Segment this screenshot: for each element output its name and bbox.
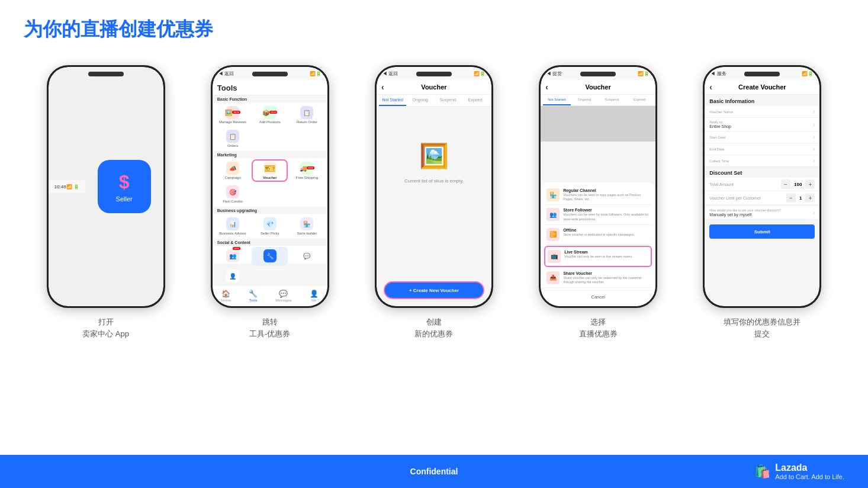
status-bar-1: 10:46 📶🔋 (49, 180, 85, 193)
voucher-limit-minus[interactable]: − (786, 193, 796, 203)
total-amount-minus[interactable]: − (781, 179, 790, 189)
tool-messages[interactable]: 💬 (289, 247, 325, 266)
lazada-logo: 🛍️ Lazada Add to Cart. Add to Life. (571, 463, 844, 480)
tab-expired[interactable]: Expired (461, 95, 489, 106)
nav-me[interactable]: 👤 Me (310, 290, 319, 302)
voucher-limit-counter: Voucher Limit per Customer − 1 + (705, 191, 819, 205)
status-bar-2: ◀ 返回 10:46 📶🔋 (213, 67, 327, 80)
total-amount-plus[interactable]: + (805, 179, 815, 189)
status-bar-4: ◀ 提货 10:46 📶🔋 (541, 67, 655, 80)
nav-home[interactable]: 🏠 Home (221, 290, 231, 302)
page-title: 为你的直播创建优惠券 (24, 17, 213, 43)
collect-time-field[interactable]: Collect Time › (705, 155, 819, 167)
caption-3: 创建 新的优惠券 (414, 316, 453, 339)
tool-social[interactable]: 👥 NEW (215, 247, 251, 266)
voucher-name-field[interactable]: Voucher Name › (705, 106, 819, 118)
end-date-field[interactable]: End Date › (705, 143, 819, 155)
caption-4: 选择 直播优惠券 (579, 316, 618, 339)
tool-orders[interactable]: 📋 Orders (215, 127, 251, 150)
tab4-expired[interactable]: Expired (626, 95, 654, 105)
tool-add-products[interactable]: 📦NEW Add Products (252, 104, 288, 126)
channel-regular[interactable]: 🏪 Regular Channel Vouchers can be seen i… (544, 185, 652, 205)
phone-frame-1: 10:46 📶🔋 $ Seller (47, 65, 165, 308)
discount-set-title: Discount Set (705, 167, 819, 178)
submit-button[interactable]: Submit (709, 224, 815, 239)
tool-placeholder (252, 127, 288, 150)
phones-container: 10:46 📶🔋 $ Seller 打开 卖家中心 App (24, 65, 844, 339)
total-amount-value: 100 (794, 182, 802, 187)
voucher-limit-plus[interactable]: + (805, 193, 815, 203)
lazada-icon: 🛍️ (754, 464, 770, 479)
phone-frame-3: ◀ 返回 10:46 📶🔋 ‹ Voucher Not Started Ongo… (375, 65, 493, 308)
tool-campaign[interactable]: 📣 Campaign (215, 159, 251, 182)
voucher-tabs: Not Started Ongoing Suspend Expired (377, 95, 491, 107)
phone-frame-4: ◀ 提货 10:46 📶🔋 ‹ Voucher Not Started Ongo… (539, 65, 657, 308)
cancel-button-4[interactable]: Cancel (544, 290, 652, 303)
phone-frame-2: ◀ 返回 10:46 📶🔋 Tools Basic Function 🖼️NEW… (211, 65, 329, 308)
lazada-tagline: Add to Cart. Add to Life. (775, 473, 844, 480)
phone-wrapper-5: ◀ 服务 10:46 📶🔋 ‹ Create Voucher Basic Inf… (691, 65, 833, 339)
tool-me[interactable]: 👤 (215, 267, 251, 286)
discount-question-field[interactable]: How would you like to set your voucher d… (705, 206, 819, 220)
tool-business-advisor[interactable]: 📊 Business Advisor (215, 215, 251, 237)
tool-manage-reviews[interactable]: 🖼️NEW Manage Reviews (215, 104, 251, 126)
bottom-nav-2: 🏠 Home 🔧 Tools 💬 Messages 👤 Me (213, 285, 327, 306)
phone-wrapper-4: ◀ 提货 10:46 📶🔋 ‹ Voucher Not Started Ongo… (527, 65, 669, 339)
tab4-ongoing[interactable]: Ongoing (571, 95, 599, 105)
tool-voucher[interactable]: 🎫 Voucher (252, 159, 288, 182)
status-bar-5: ◀ 服务 10:46 📶🔋 (705, 67, 819, 80)
channel-modal: 🏪 Regular Channel Vouchers can be seen i… (541, 182, 655, 306)
phone-frame-5: ◀ 服务 10:46 📶🔋 ‹ Create Voucher Basic Inf… (703, 65, 821, 308)
tab4-not-started[interactable]: Not Started (543, 95, 571, 105)
lazada-brand-name: Lazada (775, 463, 844, 473)
nav-messages[interactable]: 💬 Messages (275, 290, 291, 302)
tool-placeholder2 (289, 127, 325, 150)
caption-1: 打开 卖家中心 App (82, 316, 129, 339)
voucher-header-4: ‹ Voucher (541, 80, 655, 95)
confidential-text: Confidential (297, 467, 571, 476)
voucher-header: ‹ Voucher (377, 80, 491, 95)
channel-offline[interactable]: 📴 Offline Store voucher is dedicated to … (544, 225, 652, 245)
nav-tools[interactable]: 🔧 Tools (249, 290, 258, 302)
apply-to-field[interactable]: Apply to Entire Shop › (705, 118, 819, 131)
basic-info-title: Basic Information (705, 95, 819, 106)
channel-live-stream[interactable]: 📺 Live Stream Voucher can only be seen i… (544, 246, 652, 267)
tool-return-order[interactable]: 📋 Return Order (289, 104, 325, 126)
tool-flexi-combo[interactable]: 🎯 Flexi Combo (215, 183, 251, 206)
create-voucher-header: ‹ Create Voucher (705, 80, 819, 95)
tab-suspend[interactable]: Suspend (434, 95, 462, 106)
tab-not-started[interactable]: Not Started (379, 95, 407, 106)
tool-free-shipping[interactable]: 🚚NEW Free Shipping (289, 159, 325, 182)
voucher-tabs-4: Not Started Ongoing Suspend Expired (541, 95, 655, 106)
channel-store-follower[interactable]: 👥 Store Follower Vouchers can be seen by… (544, 205, 652, 224)
total-amount-counter: Total Amount − 100 + (705, 178, 819, 191)
tool-store-builder[interactable]: 🏪 Store builder (289, 215, 325, 237)
phone-wrapper-2: ◀ 返回 10:46 📶🔋 Tools Basic Function 🖼️NEW… (199, 65, 341, 339)
status-bar-3: ◀ 返回 10:46 📶🔋 (377, 67, 491, 80)
phone-wrapper-1: 10:46 📶🔋 $ Seller 打开 卖家中心 App (35, 65, 177, 339)
bottom-bar: Confidential 🛍️ Lazada Add to Cart. Add … (0, 455, 868, 488)
tool-tools-highlighted[interactable]: 🔧 (252, 247, 288, 266)
caption-5: 填写你的优惠券信息并 提交 (724, 316, 801, 339)
phone-wrapper-3: ◀ 返回 10:46 📶🔋 ‹ Voucher Not Started Ongo… (363, 65, 505, 339)
voucher-limit-value: 1 (799, 195, 802, 201)
tab-ongoing[interactable]: Ongoing (406, 95, 434, 106)
channel-share-voucher[interactable]: 📤 Share Voucher Share voucher can only b… (544, 268, 652, 288)
caption-2: 跳转 工具-优惠券 (249, 316, 290, 339)
empty-state: 🖼️ Current list of skus is empty. (377, 118, 491, 195)
seller-app-icon: $ Seller (98, 160, 151, 213)
tools-title: Tools (217, 84, 323, 92)
start-date-field[interactable]: Start Date › (705, 131, 819, 143)
create-voucher-btn[interactable]: + Create New Voucher (384, 281, 484, 299)
tool-seller-picks[interactable]: 💎 Seller Picks (252, 215, 288, 237)
tab4-suspend[interactable]: Suspend (598, 95, 626, 105)
